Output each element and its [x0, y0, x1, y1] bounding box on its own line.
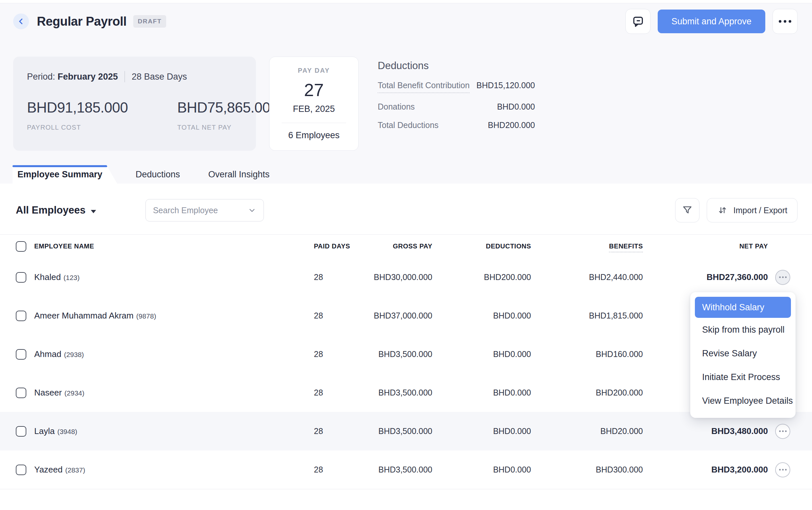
deductions-cell: BHD0.000	[432, 388, 531, 397]
table-row-yazeed: Yazeed(2837) 28 BHD3,500.000 BHD0.000 BH…	[0, 450, 812, 489]
table-toolbar: All Employees Search Employee	[16, 198, 798, 222]
paid-days-cell: 28	[241, 273, 324, 282]
row-actions-button[interactable]	[775, 270, 790, 285]
employee-name[interactable]: Naseer	[34, 388, 62, 397]
payroll-cost-amount: BHD91,185.000	[27, 100, 128, 116]
deduction-summary-row: Total Benefit Contribution BHD15,120.000	[378, 81, 535, 93]
employee-id: (2938)	[64, 351, 84, 358]
employee-filter-dropdown[interactable]: All Employees	[16, 204, 96, 216]
donations-value: BHD0.000	[497, 102, 535, 112]
row-checkbox[interactable]	[16, 311, 26, 321]
gross-pay-cell: BHD3,500.000	[324, 349, 432, 359]
top-edge-strip	[0, 0, 812, 3]
period-text: Period: February 2025	[27, 72, 118, 82]
submit-and-approve-button[interactable]: Submit and Approve	[658, 9, 765, 33]
employee-name[interactable]: Ahmad	[34, 349, 61, 359]
benefits-cell: BHD160.000	[531, 349, 643, 359]
deduction-summary-row: Total Deductions BHD200.000	[378, 120, 535, 130]
payroll-cost-block: BHD91,185.000 PAYROLL COST	[27, 100, 128, 131]
import-export-button[interactable]: Import / Export	[707, 198, 798, 222]
total-deductions-label: Total Deductions	[378, 120, 439, 130]
employee-name[interactable]: Yazeed	[34, 464, 62, 475]
total-net-pay-label: TOTAL NET PAY	[177, 124, 278, 131]
gross-pay-cell: BHD37,000.000	[324, 311, 432, 320]
deductions-cell: BHD0.000	[432, 349, 531, 359]
tab-overall-insights[interactable]: Overall Insights	[198, 165, 279, 183]
tab-employee-summary[interactable]: Employee Summary	[12, 165, 117, 183]
net-pay-cell: BHD3,200.000	[643, 464, 768, 475]
comments-button[interactable]	[626, 9, 650, 34]
employee-name[interactable]: Layla	[34, 426, 55, 436]
gross-pay-cell: BHD30,000.000	[324, 273, 432, 282]
search-employee-select[interactable]: Search Employee	[145, 199, 264, 222]
menu-item-initiate-exit-process[interactable]: Initiate Exit Process	[690, 365, 795, 389]
deduction-summary-row: Donations BHD0.000	[378, 102, 535, 112]
total-net-pay-amount: BHD75,865.000	[177, 100, 278, 116]
base-days: 28 Base Days	[132, 72, 187, 82]
employee-name[interactable]: Khaled	[34, 272, 61, 282]
row-checkbox[interactable]	[16, 272, 26, 283]
employee-name[interactable]: Ameer Muhammad Akram	[34, 311, 134, 320]
tab-bar: Employee Summary Deductions Overall Insi…	[0, 165, 812, 183]
donations-label: Donations	[378, 102, 415, 112]
page-title: Regular Payroll	[37, 15, 127, 29]
paid-days-cell: 28	[241, 426, 324, 436]
row-checkbox[interactable]	[16, 426, 26, 436]
benefits-cell: BHD200.000	[531, 388, 643, 397]
benefits-cell: BHD300.000	[531, 465, 643, 475]
pay-day-label: PAY DAY	[298, 67, 330, 74]
search-placeholder: Search Employee	[153, 206, 218, 215]
deductions-title: Deductions	[378, 60, 535, 72]
col-employee-name: EMPLOYEE NAME	[34, 243, 241, 250]
table-header-row: EMPLOYEE NAME PAID DAYS GROSS PAY DEDUCT…	[0, 234, 812, 258]
period-line: Period: February 2025 28 Base Days	[27, 71, 242, 82]
status-badge: DRAFT	[133, 15, 166, 28]
col-paid-days: PAID DAYS	[241, 243, 324, 250]
header-actions: Submit and Approve	[626, 9, 798, 34]
tab-deductions[interactable]: Deductions	[126, 165, 190, 183]
back-button[interactable]	[13, 13, 29, 29]
summary-amounts: BHD91,185.000 PAYROLL COST BHD75,865.000…	[27, 100, 242, 131]
total-benefit-contribution-label[interactable]: Total Benefit Contribution	[378, 81, 469, 93]
import-export-icon	[717, 205, 728, 216]
employee-id: (2934)	[64, 389, 85, 397]
row-checkbox[interactable]	[16, 464, 26, 475]
paid-days-cell: 28	[241, 388, 324, 397]
more-options-button[interactable]	[773, 9, 798, 34]
menu-item-withhold-salary[interactable]: Withhold Salary	[695, 297, 791, 318]
row-actions-button[interactable]	[775, 462, 790, 477]
menu-item-view-employee-details[interactable]: View Employee Details	[690, 389, 795, 413]
filter-button[interactable]	[675, 198, 699, 222]
pay-day-date: 27	[304, 80, 324, 100]
deductions-cell: BHD0.000	[432, 426, 531, 436]
benefits-cell: BHD2,440.000	[531, 273, 643, 282]
benefits-cell: BHD1,815.000	[531, 311, 643, 320]
employee-id: (123)	[63, 274, 80, 281]
payroll-page: Regular Payroll DRAFT Submit and Approve	[0, 0, 812, 510]
table-row-layla: Layla(3948) 28 BHD3,500.000 BHD0.000 BHD…	[0, 412, 812, 450]
row-checkbox[interactable]	[16, 388, 26, 398]
paid-days-cell: 28	[241, 465, 324, 475]
total-net-pay-block: BHD75,865.000 TOTAL NET PAY	[177, 100, 278, 131]
row-actions-button[interactable]	[775, 424, 790, 439]
pay-day-month-year: FEB, 2025	[293, 104, 335, 114]
caret-down-icon	[91, 210, 96, 213]
import-export-label: Import / Export	[733, 206, 787, 215]
benefits-cell: BHD20.000	[531, 426, 643, 436]
vertical-divider	[124, 71, 125, 82]
employee-id: (2837)	[65, 466, 85, 474]
chevron-down-icon	[248, 206, 256, 215]
select-all-checkbox[interactable]	[16, 241, 26, 252]
payroll-cost-label: PAYROLL COST	[27, 124, 128, 131]
paid-days-cell: 28	[241, 311, 324, 320]
payroll-summary-card: Period: February 2025 28 Base Days BHD91…	[13, 57, 256, 151]
menu-item-revise-salary[interactable]: Revise Salary	[690, 342, 795, 365]
col-benefits: BENEFITS	[531, 243, 643, 250]
col-net-pay: NET PAY	[643, 243, 768, 250]
col-gross-pay: GROSS PAY	[324, 243, 432, 250]
menu-item-skip-from-payroll[interactable]: Skip from this payroll	[690, 318, 795, 342]
gross-pay-cell: BHD3,500.000	[324, 465, 432, 475]
chevron-left-icon	[17, 17, 25, 26]
net-pay-cell: BHD27,360.000	[643, 272, 768, 282]
row-checkbox[interactable]	[16, 349, 26, 360]
